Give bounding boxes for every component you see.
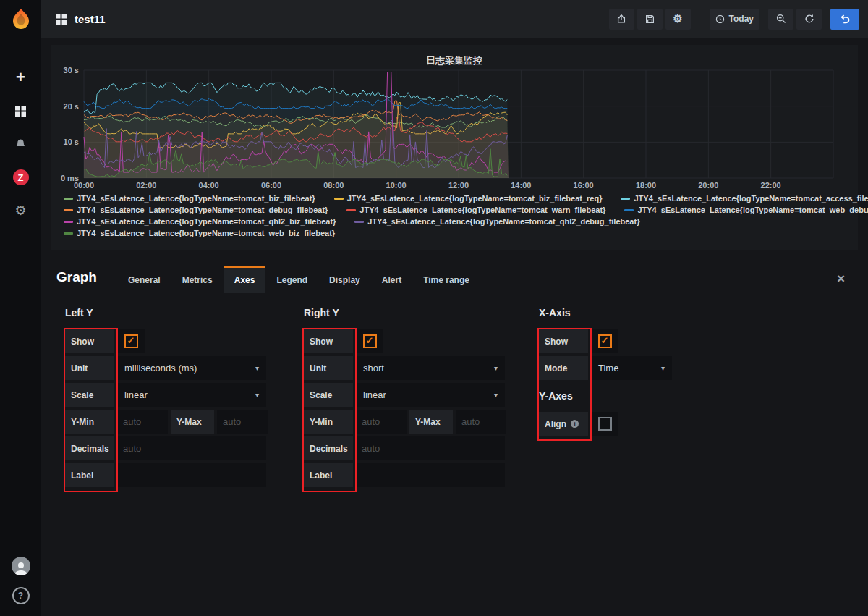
x-tick-label: 16:00 xyxy=(574,181,594,190)
y-axes-align-checkbox[interactable] xyxy=(591,412,618,436)
legend-item[interactable]: JTY4_sEsLatence_Latence{logTypeName=tomc… xyxy=(334,194,603,203)
left-y-max-label: Y-Max xyxy=(171,410,214,434)
refresh-button[interactable] xyxy=(796,9,822,30)
x-axis-heading: X-Axis xyxy=(539,307,571,318)
settings-button[interactable]: ⚙ xyxy=(665,9,691,30)
dashboard-title[interactable]: test11 xyxy=(75,13,106,25)
help-icon[interactable]: ? xyxy=(12,587,30,604)
right-y-min-input[interactable] xyxy=(356,410,407,434)
right-y-label-input[interactable] xyxy=(356,463,505,487)
left-y-unit-select[interactable]: milliseconds (ms) ▾ xyxy=(117,356,266,380)
left-y-show-checkbox[interactable]: ✓ xyxy=(117,329,145,353)
legend-item[interactable]: JTY4_sEsLatence_Latence{logTypeName=tomc… xyxy=(621,194,868,203)
legend-color-dash xyxy=(346,209,356,211)
refresh-icon xyxy=(804,14,814,24)
left-y-decimals-input[interactable] xyxy=(117,436,266,460)
y-tick-label: 30 s xyxy=(64,67,79,75)
tab-general[interactable]: General xyxy=(117,266,171,293)
left-y-unit-label: Unit xyxy=(65,356,114,380)
chevron-down-icon: ▾ xyxy=(255,391,259,399)
grafana-logo[interactable] xyxy=(0,0,41,38)
right-y-max-input[interactable] xyxy=(456,410,506,434)
clock-icon xyxy=(715,14,725,24)
right-y-scale-select[interactable]: linear ▾ xyxy=(356,383,505,407)
configuration-gear-icon[interactable]: ⚙ xyxy=(13,203,29,219)
gear-icon: ⚙ xyxy=(673,12,682,25)
tab-legend[interactable]: Legend xyxy=(265,266,318,293)
legend-item[interactable]: JTY4_sEsLatence_Latence{logTypeName=tomc… xyxy=(624,206,868,214)
legend-item[interactable]: JTY4_sEsLatence_Latence{logTypeName=tomc… xyxy=(64,206,328,214)
back-to-dashboard-button[interactable] xyxy=(830,9,859,30)
y-tick-label: 20 s xyxy=(64,102,79,111)
chevron-down-icon: ▾ xyxy=(255,364,259,372)
left-y-max-input[interactable] xyxy=(217,410,268,434)
panel-title[interactable]: 日志采集监控 xyxy=(51,54,858,67)
y-tick-label: 0 ms xyxy=(61,174,79,182)
left-y-scale-label: Scale xyxy=(65,383,114,407)
alerting-bell-icon[interactable] xyxy=(13,136,29,152)
x-tick-label: 08:00 xyxy=(323,181,344,190)
left-y-scale-select[interactable]: linear ▾ xyxy=(117,383,266,407)
x-tick-label: 12:00 xyxy=(448,181,469,190)
close-editor-icon[interactable]: × xyxy=(837,271,845,285)
legend-color-dash xyxy=(354,221,364,223)
left-y-label-label: Label xyxy=(65,463,114,487)
legend-item[interactable]: JTY4_sEsLatence_Latence{logTypeName=tomc… xyxy=(346,206,605,214)
right-y-show-label: Show xyxy=(304,329,353,353)
legend-item[interactable]: JTY4_sEsLatence_Latence{logTypeName=tomc… xyxy=(64,217,336,226)
left-y-label-input[interactable] xyxy=(117,463,266,487)
right-y-section: Show ✓ Unit short ▾ Scale linear ▾ Y-Min… xyxy=(304,329,506,490)
zoom-out-icon xyxy=(776,14,786,24)
y-axes-align-label: Align i xyxy=(539,412,588,436)
left-y-min-input[interactable] xyxy=(117,410,168,434)
save-button[interactable] xyxy=(637,9,663,30)
y-axes-heading: Y-Axes xyxy=(539,390,672,402)
timeseries-chart[interactable]: 00:0002:0004:0006:0008:0010:0012:0014:00… xyxy=(51,67,855,191)
chevron-down-icon: ▾ xyxy=(494,391,498,399)
x-axis-show-checkbox[interactable]: ✓ xyxy=(591,329,618,353)
dashboard-grid-icon[interactable] xyxy=(56,14,67,25)
user-avatar[interactable] xyxy=(12,557,30,575)
dashboards-icon[interactable] xyxy=(13,103,29,119)
right-y-unit-label: Unit xyxy=(304,356,353,380)
share-icon xyxy=(616,14,626,24)
top-navbar: test11 ⚙ Today xyxy=(41,0,868,38)
chevron-down-icon: ▾ xyxy=(494,364,498,372)
legend-color-dash xyxy=(624,209,634,211)
legend-label: JTY4_sEsLatence_Latence{logTypeName=tomc… xyxy=(634,194,868,203)
share-button[interactable] xyxy=(609,9,634,30)
x-axis-mode-select[interactable]: Time ▾ xyxy=(591,356,672,380)
tab-display[interactable]: Display xyxy=(318,266,371,293)
x-axis-show-label: Show xyxy=(539,329,588,353)
time-picker-button[interactable]: Today xyxy=(710,9,760,30)
x-tick-label: 02:00 xyxy=(136,181,156,190)
tab-axes[interactable]: Axes xyxy=(224,266,266,293)
legend-item[interactable]: JTY4_sEsLatence_Latence{logTypeName=tomc… xyxy=(64,194,315,203)
right-y-label-label: Label xyxy=(304,463,353,487)
legend-label: JTY4_sEsLatence_Latence{logTypeName=tomc… xyxy=(347,194,603,203)
info-icon[interactable]: i xyxy=(571,420,579,428)
right-y-show-checkbox[interactable]: ✓ xyxy=(356,329,383,353)
legend-color-dash xyxy=(64,232,73,235)
time-range-label: Today xyxy=(729,14,754,24)
zoom-out-button[interactable] xyxy=(768,9,793,30)
grafana-flame-icon xyxy=(9,7,33,30)
right-y-scale-value: linear xyxy=(363,389,386,400)
left-y-section: Show ✓ Unit milliseconds (ms) ▾ Scale li… xyxy=(65,329,268,490)
create-plus-icon[interactable]: + xyxy=(13,69,29,85)
legend-color-dash xyxy=(64,221,73,223)
right-y-unit-select[interactable]: short ▾ xyxy=(356,356,505,380)
legend-item[interactable]: JTY4_sEsLatence_Latence{logTypeName=tomc… xyxy=(354,217,639,226)
right-y-decimals-label: Decimals xyxy=(304,436,353,460)
checkbox-checked-icon: ✓ xyxy=(363,334,377,348)
tab-metrics[interactable]: Metrics xyxy=(171,266,224,293)
x-tick-label: 14:00 xyxy=(511,181,531,190)
tab-time-range[interactable]: Time range xyxy=(412,266,480,293)
right-y-decimals-input[interactable] xyxy=(356,436,505,460)
legend-item[interactable]: JTY4_sEsLatence_Latence{logTypeName=tomc… xyxy=(64,229,335,237)
editor-tabs: General Metrics Axes Legend Display Aler… xyxy=(117,266,480,293)
checkbox-checked-icon: ✓ xyxy=(124,334,138,348)
zabbix-app-icon[interactable]: Z xyxy=(13,169,29,185)
x-axis-section: Show ✓ Mode Time ▾ Y-Axes Align i xyxy=(539,329,672,439)
tab-alert[interactable]: Alert xyxy=(371,266,412,293)
